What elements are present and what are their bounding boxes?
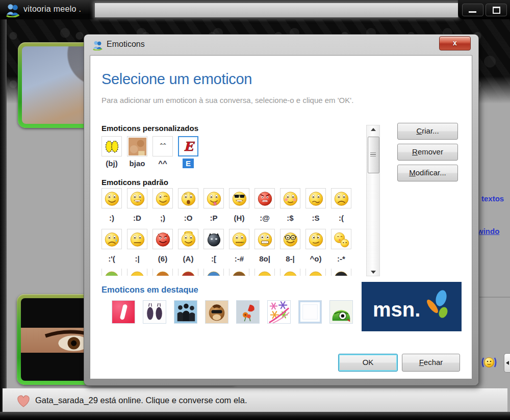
custom-section-label: Emoticons personalizados [101, 124, 198, 133]
dialog-close-button[interactable]: x [439, 36, 471, 50]
custom-e[interactable]: E [178, 136, 198, 156]
emoticon-sealed-shortcut: :-# [229, 254, 249, 263]
scrollbar-thumb[interactable] [368, 137, 379, 173]
ok-button[interactable]: OK [338, 354, 398, 372]
emoticon-blush[interactable] [280, 188, 300, 208]
featured-dolls[interactable] [143, 300, 166, 324]
emoticon-neutral-shortcut: :| [127, 254, 147, 263]
featured-bird-flower[interactable] [236, 300, 260, 324]
emoticon-row3-clipped-8[interactable] [280, 269, 300, 276]
emoticon-devil[interactable] [152, 229, 173, 249]
featured-flowers[interactable] [267, 300, 291, 324]
featured-chipmunk[interactable] [205, 300, 228, 324]
emoticon-bat-shortcut: :[ [203, 254, 224, 263]
emoticon-devil-shortcut: (6) [152, 254, 173, 263]
standard-shortcuts-row-2: :'(:|(6)(A):[:-#8o|8-|^o):-* [101, 254, 351, 263]
featured-silhouettes[interactable] [174, 300, 197, 324]
emoticon-sarcastic[interactable] [305, 229, 326, 249]
custom-bjao-shortcut: bjao [127, 159, 147, 168]
emoticon-sarcastic-shortcut: ^o) [305, 254, 326, 263]
emoticon-row3-clipped-2[interactable] [127, 269, 147, 276]
emoticon-sealed[interactable] [229, 229, 249, 249]
fechar-button[interactable]: Fechar [402, 354, 460, 372]
emoticon-angel[interactable] [178, 229, 198, 249]
emoticon-tongue[interactable] [203, 188, 224, 208]
featured-cola[interactable] [112, 300, 135, 324]
emoticon-cry[interactable] [101, 229, 122, 249]
custom-bjao[interactable] [127, 136, 147, 156]
svg-text:^^: ^^ [160, 142, 166, 148]
emoticon-kiss[interactable] [331, 229, 351, 249]
emoticon-grimace[interactable] [254, 229, 275, 249]
emoticon-row3-clipped-4[interactable] [178, 269, 198, 276]
featured-monster[interactable] [329, 300, 353, 324]
standard-emoticons-row-1 [101, 188, 351, 208]
status-text[interactable]: Gata_sarada_29 está online. Clique e con… [35, 396, 247, 405]
emoticon-row3-clipped-10[interactable] [331, 269, 351, 276]
side-link-windo[interactable]: -windo [475, 227, 499, 235]
emoticon-neutral[interactable] [127, 229, 147, 249]
msn-logo-text: msn. [373, 298, 420, 321]
emoticon-angry[interactable] [254, 188, 275, 208]
emoticon-bat[interactable] [203, 229, 224, 249]
custom-bj-shortcut: (bj) [101, 159, 122, 168]
dialog-heading: Selecione um emoticon [101, 71, 252, 88]
custom-emoticons-row: ^^E [101, 136, 198, 156]
remove-button[interactable]: Remover [397, 144, 458, 161]
emoticon-row3-clipped-1[interactable] [101, 269, 122, 276]
emoticon-grin[interactable] [127, 188, 147, 208]
emoticon-smile-shortcut: :) [101, 214, 122, 222]
emoticon-angel-shortcut: (A) [178, 254, 198, 263]
dialog-messenger-icon [92, 39, 103, 50]
dialog-body: Selecione um emoticon Para adicionar um … [90, 55, 472, 379]
standard-emoticons-row-3-clipped [101, 269, 351, 276]
toolbar-edge-button[interactable] [504, 353, 510, 373]
custom-caret-shortcut: ^^ [152, 159, 173, 168]
featured-blank[interactable] [298, 300, 322, 324]
emoticon-row3-clipped-9[interactable] [305, 269, 326, 276]
emoticon-smile[interactable] [101, 188, 122, 208]
emoticon-confused[interactable] [305, 188, 326, 208]
emoticon-nerd-shortcut: 8-| [280, 254, 300, 263]
heart-icon [15, 393, 32, 408]
dialog-titlebar[interactable]: Emoticons x [84, 35, 478, 55]
status-bar: Gata_sarada_29 está online. Clique e con… [3, 388, 507, 412]
standard-section-label: Emoticons padrão [101, 178, 168, 187]
featured-emoticons-row [112, 300, 353, 324]
custom-bj[interactable] [101, 136, 122, 156]
emoticon-surprised[interactable] [178, 188, 198, 208]
scrollbar-down-arrow-icon[interactable] [367, 268, 379, 276]
window-controls [458, 0, 510, 19]
window-bottom-frame [0, 412, 510, 420]
create-button[interactable]: Criar... [397, 123, 458, 140]
dialog-title: Emoticons [107, 40, 145, 49]
screen: vitooria meelo . textos -windo [0, 0, 510, 420]
dialog-subtitle: Para adicionar um emoticon à sua convers… [101, 96, 353, 104]
side-link-textos[interactable]: textos [481, 194, 504, 203]
emoticon-cry-shortcut: :'( [101, 254, 122, 263]
emoticon-cool[interactable] [229, 188, 249, 208]
emoticon-row3-clipped-6[interactable] [229, 269, 249, 276]
maximize-button[interactable] [486, 4, 507, 16]
emoticon-sad[interactable] [331, 188, 351, 208]
emoticon-row3-clipped-5[interactable] [203, 269, 224, 276]
scrollbar-up-arrow-icon[interactable] [367, 125, 379, 133]
custom-caret[interactable]: ^^ [152, 136, 173, 156]
emoticon-wink[interactable] [152, 188, 173, 208]
messenger-buddy-icon [5, 2, 20, 17]
emoticon-grin-shortcut: :D [127, 214, 147, 222]
emoticon-cool-shortcut: (H) [229, 214, 249, 222]
emoticon-list-scrollbar[interactable] [366, 125, 380, 276]
emoticon-kiss-shortcut: :-* [331, 254, 351, 263]
emoticon-row3-clipped-3[interactable] [152, 269, 173, 276]
side-divider-line [479, 297, 510, 298]
modify-button[interactable]: Modificar... [397, 165, 458, 181]
emoticon-sad-shortcut: :( [331, 214, 351, 222]
minimize-button[interactable] [462, 4, 483, 16]
emoticon-wink-shortcut: ;) [152, 214, 173, 222]
featured-section-label: Emoticons em destaque [101, 285, 198, 295]
emoticon-nerd[interactable] [280, 229, 300, 249]
hug-emoticon[interactable] [480, 354, 498, 371]
emoticon-row3-clipped-7[interactable] [254, 269, 275, 276]
emoticons-dialog: Emoticons x Selecione um emoticon Para a… [84, 35, 478, 385]
